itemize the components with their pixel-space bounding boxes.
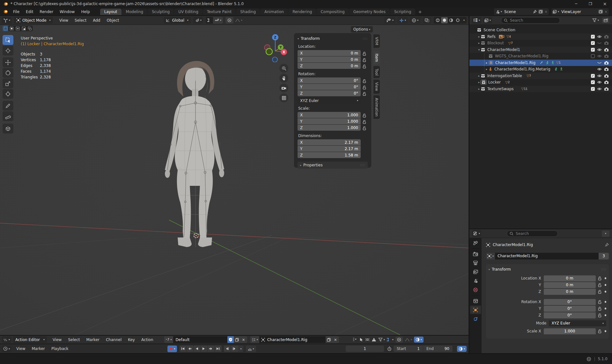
properties-editor-type-button[interactable]: ▾ xyxy=(472,230,481,237)
expand-arrow-icon[interactable]: ▸ xyxy=(477,41,481,45)
dopesheet-editor-type-button[interactable]: ▾ xyxy=(2,336,11,343)
pivot-point-selector[interactable]: ▾ xyxy=(193,17,203,24)
viewport-canvas[interactable]: User Perspective (1) Locker | CharacterM… xyxy=(0,25,468,335)
view-layer-icon[interactable] xyxy=(553,10,557,14)
workspace-tab-uv-editing[interactable]: UV Editing xyxy=(174,9,203,15)
subpanel-drag-handle[interactable]: :::: xyxy=(360,164,365,167)
outliner-row-blockout[interactable]: ▸ Blockout ▽7 ✓ xyxy=(469,40,612,47)
shading-wireframe-button[interactable] xyxy=(434,17,441,23)
prop-rotation-x-field[interactable]: 0° xyxy=(544,299,596,305)
prop-location-y-field[interactable]: 0 m xyxy=(544,282,596,288)
object-id-icon-button[interactable]: ▾ xyxy=(486,253,495,259)
mode-selector[interactable]: Object Mode ▾ xyxy=(14,17,53,24)
dopesheet-falloff-selector[interactable]: ▾ xyxy=(405,338,412,342)
hide-eye-icon[interactable] xyxy=(597,74,602,77)
blender-menu-icon[interactable] xyxy=(3,10,8,14)
lock-scale-z-icon[interactable] xyxy=(363,126,366,130)
timeline-menu-view[interactable]: View xyxy=(13,346,28,351)
expand-arrow-icon[interactable]: ▸ xyxy=(477,74,481,77)
object-action-copy-button[interactable] xyxy=(326,336,332,343)
tool-rotate[interactable] xyxy=(3,68,13,78)
select-cursor-icon[interactable] xyxy=(359,338,363,342)
dopesheet-proportional-toggle[interactable] xyxy=(395,337,403,343)
view-layer-selector[interactable]: ▾ ViewLayer × xyxy=(551,8,609,15)
collection-checkbox[interactable]: ✓ xyxy=(591,48,595,52)
jump-to-end-button[interactable] xyxy=(215,346,222,352)
disable-render-icon[interactable] xyxy=(604,80,609,84)
menu-edit[interactable]: Edit xyxy=(23,10,36,14)
dopesheet-menu-view[interactable]: View xyxy=(49,338,65,342)
lock-rotation-y-icon[interactable] xyxy=(363,85,366,90)
zoom-button[interactable] xyxy=(279,64,288,73)
collection-checkbox[interactable]: ✓ xyxy=(591,74,595,78)
properties-tab-tool[interactable] xyxy=(471,239,480,247)
disable-render-icon[interactable] xyxy=(604,48,609,52)
autokey-mode-button[interactable]: ▾ xyxy=(246,346,256,352)
outliner-editor-type-button[interactable]: ▾ xyxy=(472,17,481,24)
overlays-selector[interactable]: ▾ xyxy=(410,17,420,24)
location-y-field[interactable]: Y0 m xyxy=(298,56,361,62)
sidebar-tab-item[interactable]: Item xyxy=(373,51,380,64)
show-object-types-selector[interactable]: ▾ xyxy=(384,17,395,24)
current-frame-field[interactable]: 1 xyxy=(346,346,384,352)
play-reverse-button[interactable] xyxy=(194,346,201,352)
sidebar-tab-view[interactable]: View xyxy=(373,80,380,93)
scale-z-field[interactable]: Z1.000 xyxy=(298,125,361,131)
snap-target-selector[interactable]: ▾ xyxy=(213,17,223,24)
timeline-sync-button[interactable]: ▾ xyxy=(457,346,467,352)
options-button[interactable]: Options▾ xyxy=(351,26,373,33)
properties-search[interactable]: Search xyxy=(507,230,558,237)
add-workspace-button[interactable]: + xyxy=(416,9,424,14)
shading-solid-button[interactable] xyxy=(441,17,448,23)
prop-location-x-field[interactable]: 0 m xyxy=(544,275,596,281)
outliner-row-metarig[interactable]: ▸ CharacterModel1.Rig.Metarig xyxy=(469,66,612,73)
shading-material-button[interactable] xyxy=(448,17,454,23)
collection-checkbox[interactable]: ✓ xyxy=(591,87,595,91)
properties-tab-view-layer[interactable] xyxy=(471,268,480,276)
keying-icon[interactable] xyxy=(352,338,357,342)
select-mode-extend[interactable] xyxy=(9,25,15,31)
expand-arrow-icon[interactable]: ▸ xyxy=(477,81,481,84)
select-mode-invert[interactable] xyxy=(21,25,27,31)
workspace-tab-modeling[interactable]: Modeling xyxy=(122,9,148,15)
pan-button[interactable] xyxy=(279,74,288,83)
scene-dropdown-chevron[interactable]: ▾ xyxy=(501,10,502,13)
properties-tab-collection[interactable] xyxy=(471,297,480,305)
dopesheet-funnel-button[interactable]: ▾ xyxy=(378,338,385,342)
rotation-z-field[interactable]: Z0° xyxy=(298,90,361,96)
tool-select-box[interactable] xyxy=(3,35,13,45)
lock-icon[interactable] xyxy=(598,290,601,294)
location-z-field[interactable]: Z0 m xyxy=(298,63,361,69)
workspace-tab-scripting[interactable]: Scripting xyxy=(390,9,415,15)
shading-dropdown-chevron[interactable]: ▾ xyxy=(462,19,466,22)
viewport-menu-object[interactable]: Object xyxy=(103,18,122,23)
rotation-mode-dropdown[interactable]: XYZ Euler▾ xyxy=(549,320,606,326)
hide-eye-icon[interactable] xyxy=(597,48,602,51)
dopesheet-menu-channel[interactable]: Channel xyxy=(103,338,125,342)
collection-checkbox[interactable]: ✓ xyxy=(591,35,595,39)
hide-eye-icon[interactable] xyxy=(597,87,602,91)
dopesheet-filter-icon-button[interactable]: ▾ xyxy=(250,336,259,343)
dopesheet-menu-marker[interactable]: Marker xyxy=(83,338,102,342)
dopesheet-overlay-button[interactable]: ▾ xyxy=(414,337,424,343)
panel-drag-handle[interactable]: :::: xyxy=(363,37,368,40)
properties-tab-world[interactable] xyxy=(471,286,480,294)
workspace-tab-texture-paint[interactable]: Texture Paint xyxy=(203,9,236,15)
menu-help[interactable]: Help xyxy=(78,10,93,14)
camera-view-button[interactable] xyxy=(279,84,288,92)
dimensions-x-field[interactable]: X2.17 m xyxy=(298,139,361,145)
prop-scale-x-field[interactable]: 1.000 xyxy=(544,328,596,334)
viewport-menu-view[interactable]: View xyxy=(56,18,71,23)
gizmos-selector[interactable]: ▾ xyxy=(397,17,408,24)
ortho-toggle-button[interactable] xyxy=(279,93,288,102)
frame-markers-icon[interactable] xyxy=(365,338,370,342)
scene-icon[interactable] xyxy=(495,10,500,14)
dopesheet-snap-button[interactable]: ▾ xyxy=(387,338,394,342)
new-view-layer-icon[interactable] xyxy=(598,10,603,14)
animate-dot[interactable] xyxy=(605,291,606,293)
expand-arrow-icon[interactable]: ▸ xyxy=(477,35,481,38)
tool-cursor[interactable] xyxy=(3,46,13,55)
fake-user-toggle[interactable] xyxy=(227,336,234,343)
dopesheet-object-field[interactable]: CharacterModel1.Rig xyxy=(259,336,326,343)
rotation-x-field[interactable]: X0° xyxy=(298,77,361,84)
